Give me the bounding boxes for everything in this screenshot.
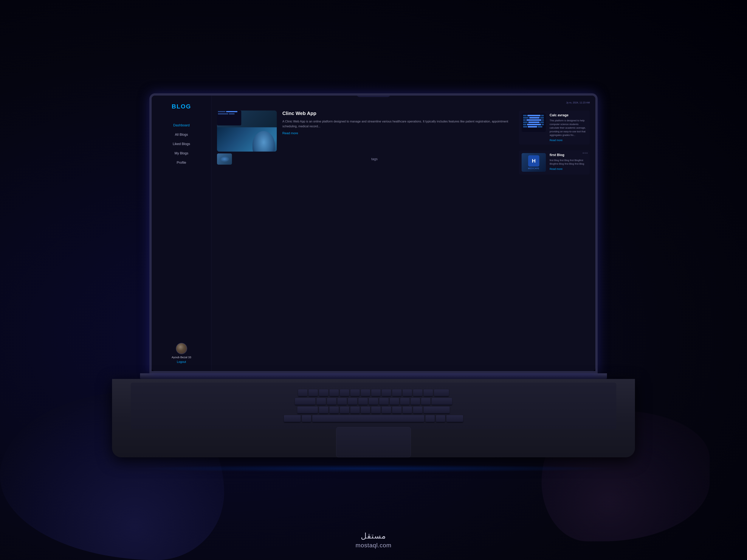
first-blog-description: first Blog first Blog first Blogfirst Bl… bbox=[549, 158, 587, 166]
featured-read-more[interactable]: Read more bbox=[282, 131, 298, 135]
thumbnail-overlay bbox=[217, 110, 241, 126]
key bbox=[327, 398, 336, 405]
first-blog-content: first Blog first Blog first Blog first B… bbox=[549, 153, 587, 170]
bottom-preview-image-inner bbox=[217, 154, 232, 165]
camera-notch bbox=[357, 93, 390, 97]
sidebar-item-my-blogs[interactable]: My Blogs bbox=[155, 149, 207, 158]
key bbox=[350, 406, 360, 414]
articles-section: pertise at ervice Clinc Web App A Clinic… bbox=[217, 110, 590, 175]
laptop-screen: BLOG Dashboard All Blogs Liked Blogs My … bbox=[149, 93, 598, 373]
healthcare-image-inner: H MEDICARE bbox=[522, 153, 546, 172]
key bbox=[382, 390, 391, 397]
featured-article-text: Clinc Web App A Clinic Web App is an onl… bbox=[282, 110, 513, 135]
key bbox=[421, 398, 431, 405]
key bbox=[329, 390, 339, 397]
avatar bbox=[176, 343, 187, 354]
laptop-hinge bbox=[140, 373, 607, 379]
key bbox=[329, 406, 339, 414]
key-row-3 bbox=[297, 406, 450, 414]
dots-indicator bbox=[583, 153, 588, 154]
key bbox=[309, 390, 318, 397]
key-row-2 bbox=[295, 398, 452, 405]
key bbox=[371, 390, 381, 397]
sidebar-item-all-blogs[interactable]: All Blogs bbox=[155, 131, 207, 139]
featured-article-title: Clinc Web App bbox=[282, 110, 513, 116]
key bbox=[434, 390, 449, 397]
key bbox=[436, 415, 445, 422]
sidebar-item-profile[interactable]: Profile bbox=[155, 158, 207, 167]
calc-article-content: Calc avrage This platform is designed to… bbox=[549, 113, 587, 142]
key bbox=[403, 390, 412, 397]
sidebar-logo: BLOG bbox=[172, 103, 191, 110]
bottom-preview: tags bbox=[217, 152, 513, 165]
key bbox=[361, 390, 370, 397]
top-area: Jy ro, 2024, 11:23 AM bbox=[217, 101, 590, 104]
side-article-calc: Calc avrage This platform is designed to… bbox=[519, 110, 590, 145]
side-article-first-blog: H MEDICARE first Blog first Blog first B… bbox=[519, 150, 590, 175]
key bbox=[337, 398, 347, 405]
key bbox=[411, 398, 420, 405]
logout-button[interactable]: Logout bbox=[177, 360, 186, 364]
key bbox=[340, 390, 349, 397]
key bbox=[432, 398, 452, 405]
key bbox=[382, 406, 391, 414]
avatar-image bbox=[176, 343, 187, 354]
key bbox=[297, 406, 318, 414]
key bbox=[423, 390, 433, 397]
featured-article-image: pertise at ervice bbox=[217, 110, 277, 152]
key bbox=[284, 415, 301, 422]
calc-article-image bbox=[522, 113, 546, 132]
main-content: Jy ro, 2024, 11:23 AM bbox=[211, 96, 595, 371]
dot-1 bbox=[583, 153, 584, 154]
tags-label: tags bbox=[236, 157, 513, 161]
healthcare-logo-box: H bbox=[528, 155, 539, 166]
laptop-shadow bbox=[131, 465, 616, 472]
calc-image-inner bbox=[522, 113, 546, 132]
dot-3 bbox=[586, 153, 588, 154]
watermark-url: mostaql.com bbox=[356, 542, 391, 549]
key bbox=[319, 406, 328, 414]
username-label: Ayoub Bezal 33 bbox=[172, 355, 191, 359]
bottom-preview-image bbox=[217, 154, 232, 165]
key bbox=[423, 406, 450, 414]
sidebar-item-liked-blogs[interactable]: Liked Blogs bbox=[155, 140, 207, 148]
watermark-arabic: مستقل bbox=[361, 531, 386, 540]
laptop-base bbox=[112, 379, 635, 457]
key bbox=[446, 415, 463, 422]
key bbox=[295, 398, 315, 405]
healthcare-article-image: H MEDICARE bbox=[522, 153, 546, 172]
key bbox=[413, 390, 422, 397]
key bbox=[371, 406, 381, 414]
key bbox=[348, 398, 357, 405]
calc-article-title: Calc avrage bbox=[549, 113, 587, 117]
keyboard-area bbox=[131, 383, 616, 429]
first-blog-title: first Blog bbox=[549, 153, 587, 157]
sidebar-item-dashboard[interactable]: Dashboard bbox=[155, 121, 207, 130]
featured-article-description: A Clinic Web App is an online platform d… bbox=[282, 119, 513, 129]
key bbox=[302, 415, 311, 422]
first-blog-read-more[interactable]: Read more bbox=[549, 167, 563, 170]
featured-image-inner: pertise at ervice bbox=[217, 127, 277, 152]
calc-read-more[interactable]: Read more bbox=[549, 139, 563, 142]
key bbox=[400, 398, 410, 405]
key bbox=[319, 390, 328, 397]
key bbox=[358, 398, 368, 405]
healthcare-text: MEDICARE bbox=[528, 167, 540, 169]
sidebar-user: Ayoub Bezal 33 Logout bbox=[172, 343, 191, 364]
key-row-1 bbox=[298, 390, 449, 397]
watermark: مستقل mostaql.com bbox=[356, 531, 391, 549]
key bbox=[298, 390, 307, 397]
laptop-wrapper: BLOG Dashboard All Blogs Liked Blogs My … bbox=[112, 93, 635, 467]
key bbox=[369, 398, 378, 405]
calc-article-description: This platform is designed to help comput… bbox=[549, 119, 587, 137]
key bbox=[426, 415, 435, 422]
touchpad[interactable] bbox=[336, 427, 411, 457]
key bbox=[413, 406, 422, 414]
sidebar: BLOG Dashboard All Blogs Liked Blogs My … bbox=[152, 96, 211, 371]
featured-article: pertise at ervice Clinc Web App A Clinic… bbox=[217, 110, 513, 152]
key bbox=[340, 406, 349, 414]
key bbox=[361, 406, 370, 414]
key bbox=[350, 390, 360, 397]
key bbox=[390, 398, 399, 405]
key bbox=[316, 398, 326, 405]
